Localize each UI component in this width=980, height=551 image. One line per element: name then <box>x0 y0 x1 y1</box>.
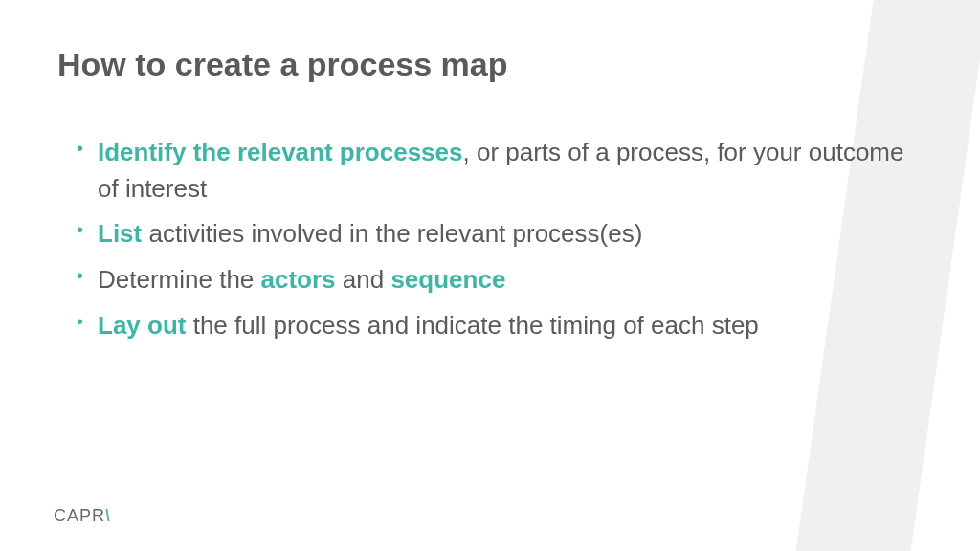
bullet-list: Identify the relevant processes, or part… <box>57 135 923 343</box>
bullet-item: Identify the relevant processes, or part… <box>77 135 923 207</box>
highlight-text: Identify the relevant processes <box>98 138 462 166</box>
bullet-item: Determine the actors and sequence <box>77 262 923 298</box>
logo-text: CAPR <box>54 506 105 525</box>
highlight-text: Lay out <box>98 311 186 340</box>
body-text: Determine the <box>98 265 261 294</box>
body-text: the full process and indicate the timing… <box>186 311 758 340</box>
slide-content: How to create a process map Identify the… <box>0 0 980 551</box>
bullet-item: Lay out the full process and indicate th… <box>77 308 923 344</box>
highlight-text: List <box>98 219 142 248</box>
highlight-text: actors <box>261 265 336 294</box>
highlight-text: sequence <box>390 265 505 294</box>
bullet-item: List activities involved in the relevant… <box>77 216 923 253</box>
slide-title: How to create a process map <box>57 46 923 83</box>
body-text: activities involved in the relevant proc… <box>142 219 642 248</box>
body-text: and <box>336 265 391 294</box>
logo-slash: \ <box>106 506 111 526</box>
logo: CAPR\ <box>54 506 111 526</box>
